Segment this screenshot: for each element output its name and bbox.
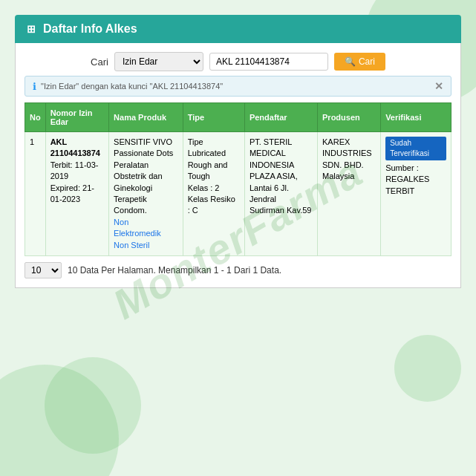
grid-icon: ⊞ [27, 23, 36, 35]
pendaftar-address: PLAZA ASIA, Lantai 6 Jl. Jendral Sudirma… [250, 172, 312, 215]
col-tipe: Tipe [183, 103, 244, 132]
close-button[interactable]: ✕ [434, 80, 443, 92]
non-steril-link[interactable]: Non Steril [114, 241, 149, 250]
table-row: 1 AKL 21104413874 Terbit: 11-03-2019 Exp… [25, 132, 451, 256]
table-header-row: No Nomor Izin Edar Nama Produk Tipe Pend… [25, 103, 451, 132]
nomor-izin-value: AKL 21104413874 [50, 137, 100, 157]
search-input[interactable] [209, 53, 328, 71]
page-header: ⊞ Daftar Info Alkes [15, 15, 461, 43]
expired-date: Expired: 21-01-2023 [50, 183, 94, 203]
search-select[interactable]: Izin Edar [114, 52, 203, 71]
pagination-info: 10 Data Per Halaman. Menampilkan 1 - 1 D… [68, 265, 281, 276]
page-title: Daftar Info Alkes [43, 22, 137, 36]
search-icon: 🔍 [345, 56, 356, 67]
kategori-text: Peralatan Obstetrik dan Ginekologi [114, 160, 162, 192]
cell-nomor-izin: AKL 21104413874 Terbit: 11-03-2019 Expir… [45, 132, 108, 256]
cell-nama-produk: SENSITIF VIVO Passionate Dots Peralatan … [109, 132, 183, 256]
kelas-resiko-text: Kelas Resiko : C [188, 195, 235, 215]
search-button[interactable]: 🔍 Cari [334, 53, 385, 71]
col-produsen: Produsen [318, 103, 381, 132]
col-nomor-izin: Nomor Izin Edar [45, 103, 108, 132]
col-nama-produk: Nama Produk [109, 103, 183, 132]
info-text: ℹ "Izin Edar" dengan kata kunci "AKL 211… [33, 81, 223, 92]
col-verifikasi: Verifikasi [381, 103, 451, 132]
verifikasi-sumber: Sumber : REGALKES TERBIT [385, 163, 429, 195]
col-no: No [25, 103, 46, 132]
search-label: Cari [91, 56, 108, 68]
cell-pendaftar: PT. STERIL MEDICAL INDONESIA PLAZA ASIA,… [244, 132, 317, 256]
content-area: Cari Izin Edar 🔍 Cari ℹ "Izin Edar" deng… [15, 43, 461, 288]
kelas-text: Kelas : 2 [188, 183, 220, 192]
cell-produsen: KAREX INDUSTRIES SDN. BHD. Malaysia [318, 132, 381, 256]
subkategori-text: Terapetik Condom. [114, 195, 147, 215]
verifikasi-badge: Sudah Terverifikasi [385, 137, 446, 160]
produsen-country: Malaysia [322, 172, 354, 180]
non-elektromedik-link[interactable]: Non Elektromedik [114, 218, 161, 238]
col-pendaftar: Pendaftar [244, 103, 317, 132]
produsen-name: KAREX INDUSTRIES SDN. BHD. [322, 137, 372, 169]
info-message: ℹ "Izin Edar" dengan kata kunci "AKL 211… [25, 76, 451, 97]
search-bar: Cari Izin Edar 🔍 Cari [25, 52, 451, 71]
tipe-text: Tipe Lubricated Rough and Tough [188, 137, 228, 180]
info-message-text: "Izin Edar" dengan kata kunci "AKL 21104… [41, 82, 223, 91]
cell-no: 1 [25, 132, 46, 256]
data-table: No Nomor Izin Edar Nama Produk Tipe Pend… [25, 102, 451, 256]
nama-produk-text: SENSITIF VIVO Passionate Dots [114, 137, 173, 157]
info-icon: ℹ [33, 81, 36, 92]
cell-tipe: Tipe Lubricated Rough and Tough Kelas : … [183, 132, 244, 256]
terbit-date: Terbit: 11-03-2019 [50, 160, 99, 180]
table-footer: 10 25 50 100 10 Data Per Halaman. Menamp… [25, 262, 451, 278]
per-page-select[interactable]: 10 25 50 100 [25, 262, 62, 278]
pendaftar-name: PT. STERIL MEDICAL INDONESIA [250, 137, 295, 169]
cell-verifikasi: Sudah Terverifikasi Sumber : REGALKES TE… [381, 132, 451, 256]
